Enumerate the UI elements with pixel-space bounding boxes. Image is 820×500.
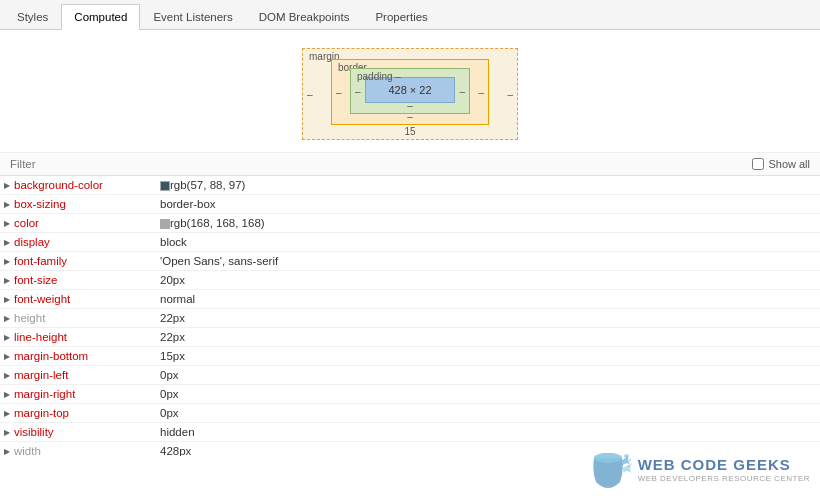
property-value: rgb(168, 168, 168): [160, 214, 820, 233]
tab-dom-breakpoints[interactable]: DOM Breakpoints: [246, 4, 363, 29]
property-value: hidden: [160, 423, 820, 442]
border-right-val: –: [478, 87, 484, 98]
filter-bar: Show all: [0, 153, 820, 176]
property-name: ▶margin-top: [0, 404, 160, 423]
property-name: ▶font-size: [0, 271, 160, 290]
box-model-diagram: margin – – border – – padding – – – 428 …: [302, 48, 518, 140]
table-row: ▶margin-left0px: [0, 366, 820, 385]
filter-input[interactable]: [10, 158, 210, 170]
margin-right-val: –: [507, 89, 513, 100]
table-row: ▶visibilityhidden: [0, 423, 820, 442]
margin-box: margin – – border – – padding – – – 428 …: [302, 48, 518, 140]
property-value: 0px: [160, 366, 820, 385]
expand-arrow-icon[interactable]: ▶: [4, 333, 10, 342]
padding-right-val: –: [459, 86, 465, 97]
content-size: 428 × 22: [388, 84, 431, 96]
tab-computed[interactable]: Computed: [61, 4, 140, 30]
table-row: ▶line-height22px: [0, 328, 820, 347]
expand-arrow-icon[interactable]: ▶: [4, 428, 10, 437]
border-bottom-val: –: [407, 111, 413, 122]
wcg-logo-icon: [584, 450, 632, 490]
expand-arrow-icon[interactable]: ▶: [4, 409, 10, 418]
property-name: ▶line-height: [0, 328, 160, 347]
property-value: normal: [160, 290, 820, 309]
property-value: 15px: [160, 347, 820, 366]
expand-arrow-icon[interactable]: ▶: [4, 447, 10, 456]
property-name: ▶width: [0, 442, 160, 457]
show-all-label: Show all: [752, 158, 810, 170]
property-value: 0px: [160, 385, 820, 404]
expand-arrow-icon[interactable]: ▶: [4, 314, 10, 323]
expand-arrow-icon[interactable]: ▶: [4, 390, 10, 399]
table-row: ▶box-sizingborder-box: [0, 195, 820, 214]
expand-arrow-icon[interactable]: ▶: [4, 352, 10, 361]
property-name: ▶height: [0, 309, 160, 328]
show-all-checkbox[interactable]: [752, 158, 764, 170]
property-name: ▶margin-bottom: [0, 347, 160, 366]
wcg-subtitle: WEB DEVELOPERS RESOURCE CENTER: [638, 474, 810, 484]
svg-point-4: [627, 465, 629, 467]
margin-left-val: –: [307, 89, 313, 100]
property-value: block: [160, 233, 820, 252]
property-name: ▶font-weight: [0, 290, 160, 309]
padding-box: padding – – – 428 × 22 –: [350, 68, 470, 114]
border-box: border – – padding – – – 428 × 22 – –: [331, 59, 489, 125]
property-value: border-box: [160, 195, 820, 214]
padding-label: padding –: [357, 71, 401, 82]
wcg-title: WEB CODE GEEKS: [638, 456, 810, 474]
property-name: ▶font-family: [0, 252, 160, 271]
properties-container: ▶background-colorrgb(57, 88, 97)▶box-siz…: [0, 176, 820, 456]
svg-point-1: [594, 453, 622, 463]
table-row: ▶font-size20px: [0, 271, 820, 290]
property-value: 0px: [160, 404, 820, 423]
table-row: ▶margin-top0px: [0, 404, 820, 423]
property-value: 22px: [160, 328, 820, 347]
color-swatch-icon: [160, 219, 170, 229]
box-model-section: margin – – border – – padding – – – 428 …: [0, 30, 820, 153]
property-name: ▶visibility: [0, 423, 160, 442]
table-row: ▶font-family'Open Sans', sans-serif: [0, 252, 820, 271]
property-name: ▶box-sizing: [0, 195, 160, 214]
property-name: ▶background-color: [0, 176, 160, 195]
property-name: ▶display: [0, 233, 160, 252]
tab-event-listeners[interactable]: Event Listeners: [140, 4, 245, 29]
table-row: ▶background-colorrgb(57, 88, 97): [0, 176, 820, 195]
wcg-text: WEB CODE GEEKS WEB DEVELOPERS RESOURCE C…: [638, 456, 810, 484]
property-name: ▶margin-left: [0, 366, 160, 385]
expand-arrow-icon[interactable]: ▶: [4, 200, 10, 209]
table-row: ▶height22px: [0, 309, 820, 328]
expand-arrow-icon[interactable]: ▶: [4, 181, 10, 190]
border-left-val: –: [336, 87, 342, 98]
property-name: ▶margin-right: [0, 385, 160, 404]
property-value: rgb(57, 88, 97): [160, 176, 820, 195]
properties-table: ▶background-colorrgb(57, 88, 97)▶box-siz…: [0, 176, 820, 456]
watermark: WEB CODE GEEKS WEB DEVELOPERS RESOURCE C…: [584, 450, 810, 490]
expand-arrow-icon[interactable]: ▶: [4, 371, 10, 380]
table-row: ▶margin-right0px: [0, 385, 820, 404]
expand-arrow-icon[interactable]: ▶: [4, 219, 10, 228]
expand-arrow-icon[interactable]: ▶: [4, 257, 10, 266]
expand-arrow-icon[interactable]: ▶: [4, 295, 10, 304]
color-swatch-icon: [160, 181, 170, 191]
property-value: 'Open Sans', sans-serif: [160, 252, 820, 271]
property-value: 20px: [160, 271, 820, 290]
svg-point-3: [628, 459, 631, 462]
expand-arrow-icon[interactable]: ▶: [4, 276, 10, 285]
property-value: 22px: [160, 309, 820, 328]
svg-point-2: [624, 454, 628, 458]
margin-bottom-val: 15: [404, 126, 415, 137]
tab-properties[interactable]: Properties: [362, 4, 440, 29]
property-name: ▶color: [0, 214, 160, 233]
show-all-text: Show all: [768, 158, 810, 170]
table-row: ▶displayblock: [0, 233, 820, 252]
table-row: ▶colorrgb(168, 168, 168): [0, 214, 820, 233]
tab-styles[interactable]: Styles: [4, 4, 61, 29]
table-row: ▶font-weightnormal: [0, 290, 820, 309]
table-row: ▶margin-bottom15px: [0, 347, 820, 366]
tab-bar: Styles Computed Event Listeners DOM Brea…: [0, 0, 820, 30]
padding-left-val: –: [355, 86, 361, 97]
expand-arrow-icon[interactable]: ▶: [4, 238, 10, 247]
padding-bottom-val: –: [407, 100, 413, 111]
